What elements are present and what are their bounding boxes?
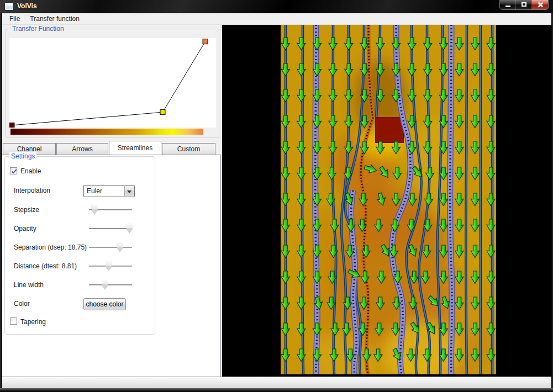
slider-thumb[interactable]	[106, 261, 112, 271]
close-button[interactable]	[532, 0, 548, 9]
settings-group-label: Settings	[9, 152, 36, 160]
tab-custom-streamline[interactable]: Custom Streamline	[162, 143, 215, 155]
transfer-function-group: Transfer Function	[6, 29, 219, 138]
tapering-label: Tapering	[20, 318, 46, 326]
tab-streamlines[interactable]: Streamlines	[109, 141, 161, 155]
window-title: VolVis	[17, 2, 37, 10]
opacity-label: Opacity	[14, 225, 36, 232]
opacity-slider[interactable]	[89, 223, 132, 234]
distance-slider[interactable]	[89, 261, 132, 272]
interpolation-value: Euler	[87, 187, 102, 195]
separation-label: Separation (dsep: 18.75)	[14, 243, 87, 251]
interpolation-dropdown[interactable]: Euler	[83, 185, 135, 197]
slider-thumb[interactable]	[92, 204, 98, 215]
choose-color-button[interactable]: choose color	[83, 298, 126, 310]
color-label: Color	[14, 300, 30, 308]
slider-thumb[interactable]	[117, 242, 123, 252]
menu-transfer-function[interactable]: Transfer function	[25, 14, 85, 24]
line-width-slider[interactable]	[89, 279, 132, 290]
window-frame-bottom	[0, 388, 553, 392]
control-panel: Transfer Function Channel Arrows Streaml…	[2, 25, 222, 377]
dropdown-arrow-button[interactable]	[124, 186, 134, 196]
streamlines-tab-page: Settings Enable Interpolation Euler Step…	[2, 155, 221, 377]
maximize-button[interactable]	[516, 0, 532, 9]
title-bar[interactable]: VolVis	[0, 0, 553, 13]
render-viewport[interactable]	[222, 25, 551, 377]
tab-arrows[interactable]: Arrows	[56, 143, 108, 155]
slider-thumb[interactable]	[102, 279, 108, 290]
menu-bar: File Transfer function	[2, 13, 551, 25]
settings-group: Settings Enable Interpolation Euler Step…	[4, 156, 155, 335]
app-window-icon	[5, 3, 13, 10]
minimize-icon	[505, 6, 510, 7]
transfer-function-group-label: Transfer Function	[10, 25, 66, 33]
stepsize-slider[interactable]	[89, 204, 132, 215]
enable-checkbox[interactable]	[10, 167, 17, 174]
chevron-down-icon	[127, 190, 131, 193]
window-controls	[499, 0, 549, 10]
maximize-icon	[522, 2, 526, 7]
line-width-label: Line width	[14, 281, 44, 289]
menu-file[interactable]: File	[4, 14, 25, 24]
interpolation-label: Interpolation	[14, 187, 50, 194]
app-window: VolVis File Transfer function Transfer F…	[0, 0, 553, 392]
flow-field[interactable]	[281, 25, 496, 374]
transfer-function-gradient-bar	[10, 129, 203, 135]
tf-control-point-1[interactable]	[160, 110, 165, 115]
slider-thumb[interactable]	[127, 223, 133, 234]
distance-label: Distance (dtest: 8.81)	[14, 262, 77, 270]
tapering-checkbox[interactable]	[10, 317, 17, 325]
tf-control-point-0[interactable]	[9, 123, 14, 128]
minimize-button[interactable]	[500, 0, 516, 9]
transfer-function-editor[interactable]	[9, 38, 216, 128]
enable-label: Enable	[20, 167, 41, 175]
separation-slider[interactable]	[89, 242, 132, 253]
tf-control-point-2[interactable]	[203, 39, 208, 44]
status-bar	[2, 377, 551, 388]
stepsize-label: Stepsize	[14, 206, 39, 214]
